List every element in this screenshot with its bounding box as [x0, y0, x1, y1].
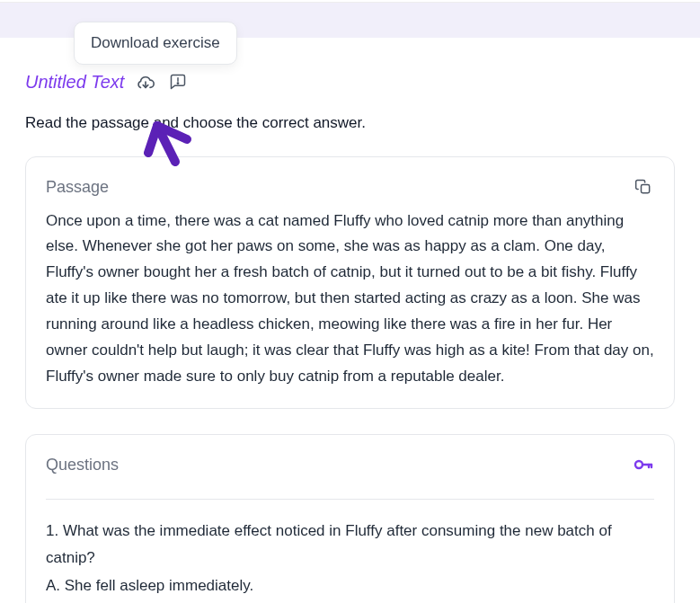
question-option-b[interactable]: B. She started to sang.	[46, 600, 654, 603]
instructions-text: Read the passage and choose the correct …	[25, 111, 675, 135]
page-title[interactable]: Untitled Text	[25, 68, 124, 95]
questions-card: Questions 1. What was the immediate effe…	[25, 434, 675, 603]
svg-rect-2	[642, 185, 650, 193]
passage-card: Passage Once upon a time, there was a ca…	[25, 156, 675, 409]
tooltip-label: Download exercise	[91, 34, 220, 51]
passage-heading: Passage	[46, 175, 109, 200]
questions-card-header: Questions	[46, 453, 654, 477]
passage-body: Once upon a time, there was a cat named …	[46, 208, 654, 390]
key-icon[interactable]	[633, 454, 654, 475]
question-option-a[interactable]: A. She fell asleep immediately.	[46, 572, 654, 600]
question-1: 1. What was the immediate effect noticed…	[46, 518, 654, 603]
title-row: Untitled Text	[25, 68, 675, 95]
svg-point-3	[635, 461, 642, 468]
cloud-download-icon[interactable]	[135, 71, 156, 93]
question-prompt: 1. What was the immediate effect noticed…	[46, 518, 654, 572]
questions-heading: Questions	[46, 453, 119, 477]
questions-divider	[46, 499, 654, 500]
passage-card-header: Passage	[46, 175, 654, 200]
download-tooltip: Download exercise	[74, 22, 237, 65]
svg-point-1	[178, 83, 179, 84]
report-icon[interactable]	[167, 71, 189, 93]
page-content: Download exercise Untitled Text Read the…	[0, 38, 700, 603]
copy-icon[interactable]	[633, 176, 654, 198]
